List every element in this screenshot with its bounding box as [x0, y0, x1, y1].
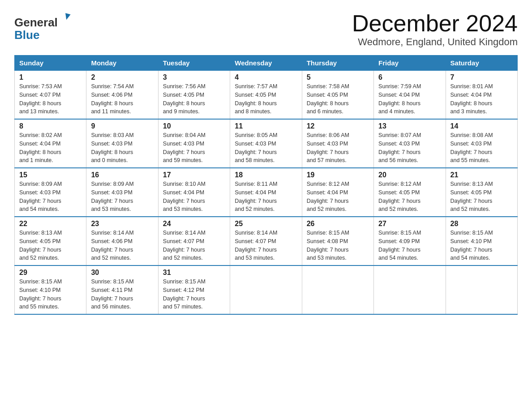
- day-info: Sunrise: 7:56 AMSunset: 4:05 PMDaylight:…: [163, 82, 225, 116]
- day-info: Sunrise: 8:15 AMSunset: 4:08 PMDaylight:…: [307, 229, 369, 262]
- calendar-table: SundayMondayTuesdayWednesdayThursdayFrid…: [14, 55, 518, 315]
- week-row-4: 22Sunrise: 8:13 AMSunset: 4:05 PMDayligh…: [15, 217, 518, 265]
- day-number: 7: [450, 73, 513, 81]
- page-subtitle: Wedmore, England, United Kingdom: [352, 36, 518, 48]
- day-info: Sunrise: 8:14 AMSunset: 4:06 PMDaylight:…: [91, 229, 153, 262]
- week-row-5: 29Sunrise: 8:15 AMSunset: 4:10 PMDayligh…: [15, 265, 518, 314]
- day-info: Sunrise: 8:15 AMSunset: 4:11 PMDaylight:…: [91, 278, 153, 311]
- calendar-cell: 6Sunrise: 7:59 AMSunset: 4:04 PMDaylight…: [374, 71, 446, 120]
- day-info: Sunrise: 8:03 AMSunset: 4:03 PMDaylight:…: [91, 131, 153, 165]
- calendar-cell: 24Sunrise: 8:14 AMSunset: 4:07 PMDayligh…: [158, 217, 230, 265]
- day-info: Sunrise: 8:15 AMSunset: 4:09 PMDaylight:…: [378, 229, 441, 262]
- day-info: Sunrise: 8:01 AMSunset: 4:04 PMDaylight:…: [450, 82, 513, 116]
- calendar-cell: 29Sunrise: 8:15 AMSunset: 4:10 PMDayligh…: [15, 265, 86, 314]
- calendar-cell: [446, 265, 517, 314]
- day-info: Sunrise: 8:06 AMSunset: 4:03 PMDaylight:…: [307, 131, 369, 165]
- calendar-cell: 26Sunrise: 8:15 AMSunset: 4:08 PMDayligh…: [302, 217, 373, 265]
- calendar-cell: 21Sunrise: 8:13 AMSunset: 4:05 PMDayligh…: [446, 168, 517, 217]
- calendar-cell: 18Sunrise: 8:11 AMSunset: 4:04 PMDayligh…: [230, 168, 302, 217]
- calendar-cell: 20Sunrise: 8:12 AMSunset: 4:05 PMDayligh…: [374, 168, 446, 217]
- day-info: Sunrise: 7:54 AMSunset: 4:06 PMDaylight:…: [91, 82, 153, 116]
- calendar-cell: 27Sunrise: 8:15 AMSunset: 4:09 PMDayligh…: [374, 217, 446, 265]
- calendar-cell: 11Sunrise: 8:05 AMSunset: 4:03 PMDayligh…: [230, 119, 302, 168]
- day-number: 20: [378, 171, 441, 179]
- day-info: Sunrise: 7:53 AMSunset: 4:07 PMDaylight:…: [19, 82, 82, 116]
- calendar-cell: 13Sunrise: 8:07 AMSunset: 4:03 PMDayligh…: [374, 119, 446, 168]
- day-number: 14: [450, 122, 513, 130]
- day-number: 17: [163, 171, 225, 179]
- day-number: 23: [91, 220, 153, 228]
- calendar-cell: 15Sunrise: 8:09 AMSunset: 4:03 PMDayligh…: [15, 168, 86, 217]
- calendar-cell: 3Sunrise: 7:56 AMSunset: 4:05 PMDaylight…: [158, 71, 230, 120]
- day-info: Sunrise: 8:11 AMSunset: 4:04 PMDaylight:…: [235, 180, 297, 214]
- day-number: 1: [19, 73, 82, 81]
- day-info: Sunrise: 8:15 AMSunset: 4:12 PMDaylight:…: [163, 278, 225, 311]
- page-title: December 2024: [352, 11, 518, 36]
- calendar-cell: 4Sunrise: 7:57 AMSunset: 4:05 PMDaylight…: [230, 71, 302, 120]
- header-monday: Monday: [86, 56, 158, 71]
- calendar-body: 1Sunrise: 7:53 AMSunset: 4:07 PMDaylight…: [15, 71, 518, 315]
- day-info: Sunrise: 8:13 AMSunset: 4:05 PMDaylight:…: [450, 180, 513, 214]
- day-number: 4: [235, 73, 297, 81]
- day-number: 30: [91, 269, 153, 277]
- day-info: Sunrise: 8:09 AMSunset: 4:03 PMDaylight:…: [91, 180, 153, 214]
- header-wednesday: Wednesday: [230, 56, 302, 71]
- page-header: General Blue December 2024 Wedmore, Engl…: [14, 11, 518, 48]
- svg-text:General: General: [14, 16, 58, 29]
- logo-image: General Blue: [14, 11, 73, 42]
- day-number: 26: [307, 220, 369, 228]
- header-thursday: Thursday: [302, 56, 373, 71]
- day-info: Sunrise: 8:09 AMSunset: 4:03 PMDaylight:…: [19, 180, 82, 214]
- day-number: 19: [307, 171, 369, 179]
- header-sunday: Sunday: [15, 56, 86, 71]
- day-number: 11: [235, 122, 297, 130]
- day-number: 13: [378, 122, 441, 130]
- calendar-cell: [302, 265, 373, 314]
- day-number: 27: [378, 220, 441, 228]
- calendar-cell: [230, 265, 302, 314]
- day-number: 16: [91, 171, 153, 179]
- calendar-cell: 14Sunrise: 8:08 AMSunset: 4:03 PMDayligh…: [446, 119, 517, 168]
- day-number: 25: [235, 220, 297, 228]
- day-info: Sunrise: 8:07 AMSunset: 4:03 PMDaylight:…: [378, 131, 441, 165]
- calendar-cell: 22Sunrise: 8:13 AMSunset: 4:05 PMDayligh…: [15, 217, 86, 265]
- day-number: 8: [19, 122, 82, 130]
- calendar-cell: [374, 265, 446, 314]
- calendar-cell: 10Sunrise: 8:04 AMSunset: 4:03 PMDayligh…: [158, 119, 230, 168]
- day-number: 24: [163, 220, 225, 228]
- week-row-3: 15Sunrise: 8:09 AMSunset: 4:03 PMDayligh…: [15, 168, 518, 217]
- day-info: Sunrise: 8:02 AMSunset: 4:04 PMDaylight:…: [19, 131, 82, 165]
- day-info: Sunrise: 8:04 AMSunset: 4:03 PMDaylight:…: [163, 131, 225, 165]
- svg-marker-1: [64, 13, 70, 21]
- calendar-cell: 25Sunrise: 8:14 AMSunset: 4:07 PMDayligh…: [230, 217, 302, 265]
- day-info: Sunrise: 8:10 AMSunset: 4:04 PMDaylight:…: [163, 180, 225, 214]
- day-number: 10: [163, 122, 225, 130]
- week-row-2: 8Sunrise: 8:02 AMSunset: 4:04 PMDaylight…: [15, 119, 518, 168]
- day-number: 29: [19, 269, 82, 277]
- day-number: 5: [307, 73, 369, 81]
- calendar-cell: 17Sunrise: 8:10 AMSunset: 4:04 PMDayligh…: [158, 168, 230, 217]
- header-row: SundayMondayTuesdayWednesdayThursdayFrid…: [15, 56, 518, 71]
- day-number: 3: [163, 73, 225, 81]
- day-info: Sunrise: 8:05 AMSunset: 4:03 PMDaylight:…: [235, 131, 297, 165]
- day-number: 15: [19, 171, 82, 179]
- day-number: 31: [163, 269, 225, 277]
- day-number: 21: [450, 171, 513, 179]
- calendar-cell: 8Sunrise: 8:02 AMSunset: 4:04 PMDaylight…: [15, 119, 86, 168]
- calendar-cell: 1Sunrise: 7:53 AMSunset: 4:07 PMDaylight…: [15, 71, 86, 120]
- calendar-cell: 30Sunrise: 8:15 AMSunset: 4:11 PMDayligh…: [86, 265, 158, 314]
- day-info: Sunrise: 7:58 AMSunset: 4:05 PMDaylight:…: [307, 82, 369, 116]
- day-info: Sunrise: 8:14 AMSunset: 4:07 PMDaylight:…: [235, 229, 297, 262]
- calendar-cell: 5Sunrise: 7:58 AMSunset: 4:05 PMDaylight…: [302, 71, 373, 120]
- day-info: Sunrise: 8:15 AMSunset: 4:10 PMDaylight:…: [450, 229, 513, 262]
- day-number: 12: [307, 122, 369, 130]
- day-info: Sunrise: 8:15 AMSunset: 4:10 PMDaylight:…: [19, 278, 82, 311]
- day-info: Sunrise: 7:59 AMSunset: 4:04 PMDaylight:…: [378, 82, 441, 116]
- calendar-cell: 31Sunrise: 8:15 AMSunset: 4:12 PMDayligh…: [158, 265, 230, 314]
- day-info: Sunrise: 8:12 AMSunset: 4:05 PMDaylight:…: [378, 180, 441, 214]
- day-info: Sunrise: 8:08 AMSunset: 4:03 PMDaylight:…: [450, 131, 513, 165]
- day-number: 28: [450, 220, 513, 228]
- title-block: December 2024 Wedmore, England, United K…: [352, 11, 518, 48]
- day-info: Sunrise: 7:57 AMSunset: 4:05 PMDaylight:…: [235, 82, 297, 116]
- day-info: Sunrise: 8:12 AMSunset: 4:04 PMDaylight:…: [307, 180, 369, 214]
